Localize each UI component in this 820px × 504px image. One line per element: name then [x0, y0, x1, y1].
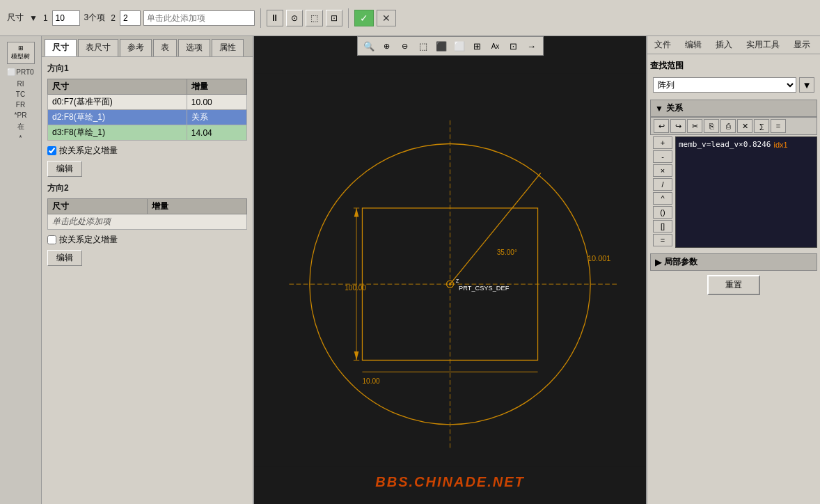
right-menubar: 文件 编辑 插入 实用工具 显示: [647, 36, 820, 54]
tree-item-fr[interactable]: FR: [16, 101, 25, 109]
divide-btn[interactable]: /: [653, 178, 672, 191]
paren-btn[interactable]: (): [653, 206, 672, 219]
grid-button[interactable]: ⬚: [306, 10, 323, 26]
search-dropdown[interactable]: 阵列 零件 组件: [653, 77, 796, 93]
table-row[interactable]: d0:F7(基准平面) 10.00: [48, 95, 247, 110]
toolbar-separator2: [348, 8, 349, 28]
paste-btn[interactable]: ⊞: [469, 38, 486, 54]
plus-btn[interactable]: +: [653, 136, 672, 149]
main-area: ⊞ 模型树 ⬜ PRT0 RI TC FR *PR 在 * 尺寸 表尺寸 参考 …: [0, 36, 820, 504]
search-section: 查找范围 阵列 零件 组件 ▼: [650, 57, 817, 94]
checkbox-dir2[interactable]: [47, 235, 56, 244]
relation-ops: + - × / ^ () [] =: [650, 135, 675, 248]
canvas-svg: 10.001 35.00° 100.00 10.00 PRT_CSYS_DEF …: [254, 36, 646, 504]
relation-cursor: idx1: [773, 141, 787, 149]
copy-rel-btn[interactable]: ⎘: [704, 119, 719, 133]
tree-item-pr[interactable]: *PR: [15, 111, 27, 119]
model-tree-icon[interactable]: ⊞ 模型树: [7, 42, 35, 64]
tree-item-star[interactable]: *: [19, 134, 22, 142]
tree-item-prt[interactable]: ⬜ PRT0: [7, 67, 33, 77]
equals-rel-btn[interactable]: =: [771, 119, 786, 133]
zoom-in-btn[interactable]: ⊕: [379, 38, 395, 54]
tab-ref[interactable]: 参考: [120, 39, 152, 56]
dir1-title: 方向1: [47, 63, 247, 74]
menu-insert[interactable]: 插入: [709, 36, 739, 54]
search-field-row: 阵列 零件 组件 ▼: [650, 76, 817, 94]
copy-btn[interactable]: ⬜: [451, 38, 468, 54]
frame-btn[interactable]: ⬛: [433, 38, 450, 54]
tab-options[interactable]: 选项: [178, 39, 210, 56]
tree-item-tc[interactable]: TC: [16, 90, 25, 98]
left-panel: 尺寸 表尺寸 参考 表 选项 属性 方向1 尺寸 增量 d0:F7(基准平面: [42, 36, 254, 504]
tree-item-ri[interactable]: RI: [17, 80, 24, 88]
dir2-title: 方向2: [47, 182, 247, 194]
confirm-button[interactable]: ✓: [354, 10, 374, 26]
zoom-out-btn[interactable]: 🔍: [361, 38, 377, 54]
select-btn[interactable]: ⬚: [415, 38, 432, 54]
pause-button[interactable]: ⏸: [267, 10, 283, 26]
redo-btn[interactable]: ↪: [670, 119, 686, 133]
delete-rel-btn[interactable]: ✕: [737, 119, 752, 133]
relation-header[interactable]: ▼ 关系: [650, 100, 817, 117]
equals-op-btn[interactable]: =: [653, 234, 672, 246]
tab-table-dim[interactable]: 表尺寸: [78, 39, 118, 56]
multiply-btn[interactable]: ×: [653, 164, 672, 177]
box-button[interactable]: ⊡: [326, 10, 342, 26]
edit-btn-dir2[interactable]: 编辑: [47, 250, 82, 266]
grid-canvas-btn[interactable]: ⊡: [505, 38, 522, 54]
add-item-input[interactable]: [143, 10, 255, 26]
val-d3: 14.04: [187, 125, 246, 141]
menu-file[interactable]: 文件: [647, 36, 678, 54]
cut-btn[interactable]: ✂: [687, 119, 702, 133]
top-toolbar: 尺寸 ▼ 1 3个项 2 ⏸ ⊙ ⬚ ⊡ ✓ ✕: [0, 0, 820, 36]
checkbox-row-dir1: 按关系定义增量: [47, 145, 247, 157]
bracket-btn[interactable]: []: [653, 220, 672, 233]
minus-btn[interactable]: -: [653, 150, 672, 163]
edit-btn-dir1[interactable]: 编辑: [47, 161, 82, 177]
sigma-btn[interactable]: ∑: [754, 119, 769, 133]
menu-tools[interactable]: 实用工具: [739, 36, 787, 54]
svg-point-13: [449, 283, 451, 285]
svg-text:10.001: 10.001: [588, 254, 610, 262]
items-label: 3个项: [83, 12, 107, 24]
checkbox-dir1[interactable]: [47, 146, 56, 155]
num-label: 1: [42, 13, 49, 23]
local-params-title: 局部参数: [664, 256, 697, 268]
table-row[interactable]: d3:F8(草绘_1) 14.04: [48, 125, 247, 141]
add-item-row[interactable]: 单击此处添加项: [48, 214, 247, 230]
right-panel: 文件 编辑 插入 实用工具 显示 查找范围 阵列 零件 组件 ▼: [646, 36, 820, 504]
refresh-button[interactable]: ⊙: [286, 10, 303, 26]
col-increment-header: 增量: [187, 79, 246, 95]
val-d2: 关系: [187, 110, 246, 125]
search-expand-btn[interactable]: ▼: [799, 77, 814, 93]
relation-input-area[interactable]: memb_v=lead_v×0.8246 idx1: [675, 136, 817, 248]
val-d0: 10.00: [187, 95, 246, 110]
power-btn[interactable]: ^: [653, 192, 672, 205]
menu-edit[interactable]: 编辑: [678, 36, 709, 54]
tree-item-in[interactable]: 在: [17, 122, 24, 132]
tab-props[interactable]: 属性: [212, 39, 244, 56]
local-params-section[interactable]: ▶ 局部参数: [650, 253, 817, 271]
arrow-btn[interactable]: →: [523, 38, 540, 54]
dir2-table: 尺寸 增量 单击此处添加项: [47, 198, 247, 230]
relation-section: ▼ 关系 ↩ ↪ ✂ ⎘ ⎙ ✕ ∑ =: [650, 100, 817, 248]
svg-text:100.00: 100.00: [345, 284, 366, 292]
tab-dim[interactable]: 尺寸: [45, 39, 77, 56]
table-row[interactable]: d2:F8(草绘_1) 关系: [48, 110, 247, 125]
cancel-button[interactable]: ✕: [377, 10, 396, 26]
dir1-table: 尺寸 增量 d0:F7(基准平面) 10.00 d2:F8(草绘_1) 关系 d…: [47, 79, 247, 141]
undo-btn[interactable]: ↩: [654, 119, 669, 133]
tab-table[interactable]: 表: [153, 39, 177, 56]
relation-body: + - × / ^ () [] = memb_v=lead_v×0.8246 i…: [650, 135, 817, 248]
menu-display[interactable]: 显示: [787, 36, 817, 54]
num-label2: 2: [109, 13, 117, 23]
checkbox-dir1-label: 按关系定义增量: [59, 145, 118, 157]
dim-input1[interactable]: [52, 10, 80, 26]
toolbar-separator1: [260, 8, 261, 28]
axis-btn[interactable]: Ax: [487, 38, 504, 54]
zoom-fit-btn[interactable]: ⊖: [397, 38, 413, 54]
relation-title: 关系: [666, 102, 683, 114]
paste-rel-btn[interactable]: ⎙: [720, 119, 736, 133]
dim-input2[interactable]: [120, 10, 141, 26]
reset-button[interactable]: 重置: [707, 275, 760, 295]
